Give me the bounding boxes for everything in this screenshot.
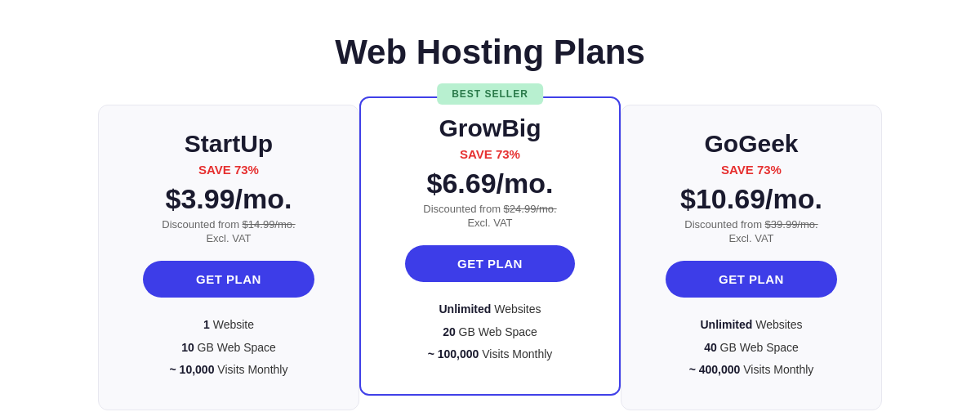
feature-item: ~ 400,000 Visits Monthly — [644, 362, 858, 378]
page-title: Web Hosting Plans — [335, 33, 645, 72]
get-plan-button[interactable]: GET PLAN — [666, 261, 837, 298]
excl-vat: Excl. VAT — [384, 217, 596, 229]
plan-card-startup: StartUp SAVE 73% $3.99/mo. Discounted fr… — [98, 105, 359, 410]
plan-price: $10.69/mo. — [644, 183, 858, 215]
feature-item: 10 GB Web Space — [122, 340, 336, 356]
features-list: 1 Website10 GB Web Space~ 10,000 Visits … — [122, 317, 336, 378]
excl-vat: Excl. VAT — [122, 232, 336, 244]
original-price: Discounted from $24.99/mo. — [384, 203, 596, 215]
plan-price: $3.99/mo. — [122, 183, 336, 215]
plan-name: GrowBig — [384, 114, 596, 142]
save-badge: SAVE 73% — [122, 163, 336, 177]
save-badge: SAVE 73% — [644, 163, 858, 177]
plan-name: GoGeek — [644, 130, 858, 158]
feature-item: Unlimited Websites — [644, 317, 858, 334]
plan-price: $6.69/mo. — [384, 168, 596, 199]
save-badge: SAVE 73% — [384, 147, 596, 161]
best-seller-badge: BEST SELLER — [437, 83, 543, 105]
original-price: Discounted from $39.99/mo. — [644, 218, 858, 231]
get-plan-button[interactable]: GET PLAN — [405, 245, 575, 282]
feature-item: Unlimited Websites — [384, 302, 596, 318]
features-list: Unlimited Websites40 GB Web Space~ 400,0… — [644, 317, 858, 378]
plan-card-gogeek: GoGeek SAVE 73% $10.69/mo. Discounted fr… — [621, 105, 882, 410]
feature-item: 1 Website — [122, 317, 336, 334]
plans-container: StartUp SAVE 73% $3.99/mo. Discounted fr… — [41, 105, 939, 410]
feature-item: 40 GB Web Space — [644, 340, 858, 356]
excl-vat: Excl. VAT — [644, 232, 858, 244]
feature-item: 20 GB Web Space — [384, 325, 596, 341]
plan-card-growbig: BEST SELLER GrowBig SAVE 73% $6.69/mo. D… — [359, 96, 621, 396]
features-list: Unlimited Websites20 GB Web Space~ 100,0… — [384, 302, 596, 363]
plan-name: StartUp — [122, 130, 336, 158]
get-plan-button[interactable]: GET PLAN — [143, 261, 314, 298]
feature-item: ~ 10,000 Visits Monthly — [122, 362, 336, 378]
feature-item: ~ 100,000 Visits Monthly — [384, 347, 596, 363]
original-price: Discounted from $14.99/mo. — [122, 218, 336, 231]
